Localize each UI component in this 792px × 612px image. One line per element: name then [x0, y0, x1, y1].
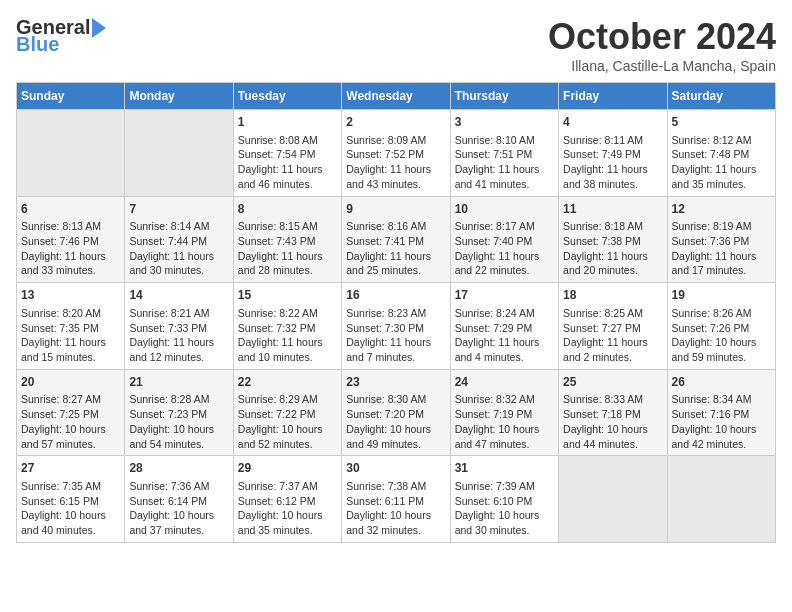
day-number: 19 — [672, 287, 771, 304]
calendar-cell: 26Sunrise: 8:34 AM Sunset: 7:16 PM Dayli… — [667, 369, 775, 456]
calendar-cell: 14Sunrise: 8:21 AM Sunset: 7:33 PM Dayli… — [125, 283, 233, 370]
day-info: Sunrise: 8:26 AM Sunset: 7:26 PM Dayligh… — [672, 306, 771, 365]
calendar-cell — [125, 110, 233, 197]
calendar-table: SundayMondayTuesdayWednesdayThursdayFrid… — [16, 82, 776, 543]
day-number: 13 — [21, 287, 120, 304]
day-number: 17 — [455, 287, 554, 304]
calendar-cell: 2Sunrise: 8:09 AM Sunset: 7:52 PM Daylig… — [342, 110, 450, 197]
week-row-4: 20Sunrise: 8:27 AM Sunset: 7:25 PM Dayli… — [17, 369, 776, 456]
day-number: 15 — [238, 287, 337, 304]
day-number: 8 — [238, 201, 337, 218]
calendar-cell: 29Sunrise: 7:37 AM Sunset: 6:12 PM Dayli… — [233, 456, 341, 543]
calendar-cell: 7Sunrise: 8:14 AM Sunset: 7:44 PM Daylig… — [125, 196, 233, 283]
day-number: 14 — [129, 287, 228, 304]
day-info: Sunrise: 7:35 AM Sunset: 6:15 PM Dayligh… — [21, 479, 120, 538]
day-info: Sunrise: 8:24 AM Sunset: 7:29 PM Dayligh… — [455, 306, 554, 365]
day-number: 25 — [563, 374, 662, 391]
calendar-cell: 8Sunrise: 8:15 AM Sunset: 7:43 PM Daylig… — [233, 196, 341, 283]
day-number: 1 — [238, 114, 337, 131]
day-info: Sunrise: 8:17 AM Sunset: 7:40 PM Dayligh… — [455, 219, 554, 278]
day-header-thursday: Thursday — [450, 83, 558, 110]
day-number: 20 — [21, 374, 120, 391]
day-info: Sunrise: 8:27 AM Sunset: 7:25 PM Dayligh… — [21, 392, 120, 451]
day-number: 31 — [455, 460, 554, 477]
day-info: Sunrise: 8:12 AM Sunset: 7:48 PM Dayligh… — [672, 133, 771, 192]
day-info: Sunrise: 8:34 AM Sunset: 7:16 PM Dayligh… — [672, 392, 771, 451]
day-info: Sunrise: 8:32 AM Sunset: 7:19 PM Dayligh… — [455, 392, 554, 451]
day-info: Sunrise: 8:11 AM Sunset: 7:49 PM Dayligh… — [563, 133, 662, 192]
day-number: 28 — [129, 460, 228, 477]
calendar-cell: 10Sunrise: 8:17 AM Sunset: 7:40 PM Dayli… — [450, 196, 558, 283]
day-info: Sunrise: 8:08 AM Sunset: 7:54 PM Dayligh… — [238, 133, 337, 192]
day-info: Sunrise: 8:16 AM Sunset: 7:41 PM Dayligh… — [346, 219, 445, 278]
day-number: 10 — [455, 201, 554, 218]
day-header-wednesday: Wednesday — [342, 83, 450, 110]
day-info: Sunrise: 8:19 AM Sunset: 7:36 PM Dayligh… — [672, 219, 771, 278]
day-info: Sunrise: 8:25 AM Sunset: 7:27 PM Dayligh… — [563, 306, 662, 365]
calendar-cell: 21Sunrise: 8:28 AM Sunset: 7:23 PM Dayli… — [125, 369, 233, 456]
day-info: Sunrise: 7:38 AM Sunset: 6:11 PM Dayligh… — [346, 479, 445, 538]
calendar-cell: 24Sunrise: 8:32 AM Sunset: 7:19 PM Dayli… — [450, 369, 558, 456]
title-block: October 2024 Illana, Castille-La Mancha,… — [548, 16, 776, 74]
day-info: Sunrise: 8:33 AM Sunset: 7:18 PM Dayligh… — [563, 392, 662, 451]
day-number: 18 — [563, 287, 662, 304]
calendar-cell: 11Sunrise: 8:18 AM Sunset: 7:38 PM Dayli… — [559, 196, 667, 283]
page-header: General Blue October 2024 Illana, Castil… — [16, 16, 776, 74]
day-number: 4 — [563, 114, 662, 131]
day-number: 24 — [455, 374, 554, 391]
calendar-cell: 28Sunrise: 7:36 AM Sunset: 6:14 PM Dayli… — [125, 456, 233, 543]
location-text: Illana, Castille-La Mancha, Spain — [548, 58, 776, 74]
day-info: Sunrise: 8:23 AM Sunset: 7:30 PM Dayligh… — [346, 306, 445, 365]
calendar-cell: 18Sunrise: 8:25 AM Sunset: 7:27 PM Dayli… — [559, 283, 667, 370]
day-number: 27 — [21, 460, 120, 477]
day-info: Sunrise: 8:15 AM Sunset: 7:43 PM Dayligh… — [238, 219, 337, 278]
day-info: Sunrise: 8:13 AM Sunset: 7:46 PM Dayligh… — [21, 219, 120, 278]
calendar-cell: 20Sunrise: 8:27 AM Sunset: 7:25 PM Dayli… — [17, 369, 125, 456]
calendar-cell: 9Sunrise: 8:16 AM Sunset: 7:41 PM Daylig… — [342, 196, 450, 283]
logo: General Blue — [16, 16, 106, 56]
day-info: Sunrise: 7:37 AM Sunset: 6:12 PM Dayligh… — [238, 479, 337, 538]
day-info: Sunrise: 8:28 AM Sunset: 7:23 PM Dayligh… — [129, 392, 228, 451]
day-header-friday: Friday — [559, 83, 667, 110]
day-number: 23 — [346, 374, 445, 391]
day-number: 21 — [129, 374, 228, 391]
day-info: Sunrise: 8:14 AM Sunset: 7:44 PM Dayligh… — [129, 219, 228, 278]
calendar-cell: 25Sunrise: 8:33 AM Sunset: 7:18 PM Dayli… — [559, 369, 667, 456]
calendar-cell: 15Sunrise: 8:22 AM Sunset: 7:32 PM Dayli… — [233, 283, 341, 370]
calendar-cell: 6Sunrise: 8:13 AM Sunset: 7:46 PM Daylig… — [17, 196, 125, 283]
logo-arrow-icon — [92, 18, 106, 38]
day-number: 12 — [672, 201, 771, 218]
day-number: 29 — [238, 460, 337, 477]
calendar-cell: 23Sunrise: 8:30 AM Sunset: 7:20 PM Dayli… — [342, 369, 450, 456]
calendar-cell: 27Sunrise: 7:35 AM Sunset: 6:15 PM Dayli… — [17, 456, 125, 543]
logo-blue-text: Blue — [16, 33, 59, 56]
week-row-3: 13Sunrise: 8:20 AM Sunset: 7:35 PM Dayli… — [17, 283, 776, 370]
day-number: 6 — [21, 201, 120, 218]
day-header-tuesday: Tuesday — [233, 83, 341, 110]
day-info: Sunrise: 8:21 AM Sunset: 7:33 PM Dayligh… — [129, 306, 228, 365]
calendar-cell: 4Sunrise: 8:11 AM Sunset: 7:49 PM Daylig… — [559, 110, 667, 197]
day-number: 7 — [129, 201, 228, 218]
month-title: October 2024 — [548, 16, 776, 58]
calendar-cell: 5Sunrise: 8:12 AM Sunset: 7:48 PM Daylig… — [667, 110, 775, 197]
day-number: 2 — [346, 114, 445, 131]
day-header-monday: Monday — [125, 83, 233, 110]
calendar-cell: 12Sunrise: 8:19 AM Sunset: 7:36 PM Dayli… — [667, 196, 775, 283]
calendar-cell: 16Sunrise: 8:23 AM Sunset: 7:30 PM Dayli… — [342, 283, 450, 370]
day-info: Sunrise: 8:20 AM Sunset: 7:35 PM Dayligh… — [21, 306, 120, 365]
day-info: Sunrise: 7:36 AM Sunset: 6:14 PM Dayligh… — [129, 479, 228, 538]
day-header-sunday: Sunday — [17, 83, 125, 110]
calendar-cell: 17Sunrise: 8:24 AM Sunset: 7:29 PM Dayli… — [450, 283, 558, 370]
week-row-5: 27Sunrise: 7:35 AM Sunset: 6:15 PM Dayli… — [17, 456, 776, 543]
day-number: 3 — [455, 114, 554, 131]
calendar-cell: 1Sunrise: 8:08 AM Sunset: 7:54 PM Daylig… — [233, 110, 341, 197]
calendar-cell: 30Sunrise: 7:38 AM Sunset: 6:11 PM Dayli… — [342, 456, 450, 543]
day-number: 11 — [563, 201, 662, 218]
calendar-cell — [17, 110, 125, 197]
day-info: Sunrise: 8:22 AM Sunset: 7:32 PM Dayligh… — [238, 306, 337, 365]
week-row-1: 1Sunrise: 8:08 AM Sunset: 7:54 PM Daylig… — [17, 110, 776, 197]
day-header-saturday: Saturday — [667, 83, 775, 110]
day-number: 9 — [346, 201, 445, 218]
week-row-2: 6Sunrise: 8:13 AM Sunset: 7:46 PM Daylig… — [17, 196, 776, 283]
day-number: 5 — [672, 114, 771, 131]
